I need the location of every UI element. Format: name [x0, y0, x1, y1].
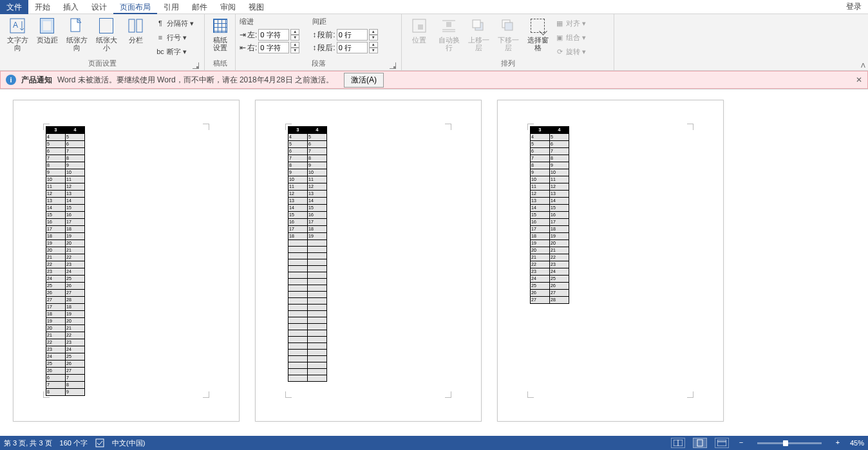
spacing-after-input[interactable]	[337, 42, 368, 53]
orientation-button[interactable]: 纸张方向	[63, 15, 90, 52]
table-row	[288, 259, 327, 266]
table-row	[288, 298, 327, 305]
collapse-ribbon-icon[interactable]: ᐱ	[861, 62, 865, 69]
group-button: ▣组合 ▾	[554, 31, 587, 44]
page-3[interactable]: 3445566778899101011111212131314141515161…	[497, 100, 724, 422]
stepper-up[interactable]: ▲	[290, 29, 299, 35]
wrap-text-button: 自动换行	[435, 15, 462, 52]
notice-title: 产品通知	[21, 75, 52, 86]
table-row	[288, 311, 327, 317]
tab-5[interactable]: 邮件	[185, 0, 214, 14]
stepper-up[interactable]: ▲	[369, 42, 378, 48]
data-table[interactable]: 3445566778899101011111212131314141515161…	[530, 126, 569, 304]
activate-button[interactable]: 激活(A)	[344, 73, 384, 88]
stepper-up[interactable]: ▲	[290, 42, 299, 48]
svg-rect-18	[697, 440, 703, 446]
table-row: 1617	[46, 219, 85, 226]
table-row: 89	[288, 162, 327, 169]
ribbon-tabs: 文件 开始插入设计页面布局引用邮件审阅视图登录	[0, 0, 868, 14]
stepper-down[interactable]: ▼	[290, 48, 299, 53]
stepper-down[interactable]: ▼	[290, 35, 299, 41]
selection-pane-button[interactable]: 选择窗格	[524, 15, 551, 52]
svg-rect-6	[418, 24, 423, 30]
text-direction-button[interactable]: A文字方向	[4, 15, 31, 52]
table-row: 1213	[531, 191, 569, 198]
line-numbers-button[interactable]: ≡行号 ▾	[155, 31, 195, 44]
indent-right-input[interactable]	[258, 42, 289, 53]
tab-4[interactable]: 引用	[157, 0, 185, 14]
svg-rect-14	[505, 23, 513, 30]
margin-corner	[445, 391, 451, 398]
breaks-button[interactable]: ¶分隔符 ▾	[155, 17, 195, 30]
zoom-slider[interactable]	[757, 442, 822, 444]
table-row: 2021	[46, 325, 85, 332]
table-row	[288, 292, 327, 298]
group-label-arrange: 排列	[406, 59, 610, 70]
tab-1[interactable]: 插入	[57, 0, 85, 14]
tab-2[interactable]: 设计	[85, 0, 113, 14]
table-row: 1920	[46, 318, 85, 325]
table-row: 67	[46, 148, 85, 155]
language-status[interactable]: 中文(中国)	[112, 438, 145, 448]
tab-7[interactable]: 视图	[242, 0, 270, 14]
table-row: 1213	[46, 191, 85, 198]
tab-3[interactable]: 页面布局	[113, 0, 157, 14]
stepper-down[interactable]: ▼	[369, 35, 378, 41]
word-count-status[interactable]: 160 个字	[60, 438, 88, 448]
tab-6[interactable]: 审阅	[214, 0, 242, 14]
data-table[interactable]: 3445566778899101011111212131314141515161…	[288, 126, 327, 382]
table-row: 2021	[531, 247, 569, 254]
data-table[interactable]: 3445566778899101011111212131314141515161…	[46, 126, 85, 396]
table-row	[288, 350, 327, 356]
table-row: 89	[46, 389, 85, 396]
table-row: 2324	[46, 346, 85, 353]
margins-button[interactable]: 页边距	[33, 15, 61, 44]
margin-corner	[43, 124, 50, 130]
table-row	[288, 305, 327, 311]
table-row: 2021	[46, 247, 85, 254]
table-row	[288, 337, 327, 343]
table-row: 1819	[288, 233, 327, 240]
align-button: ▦对齐 ▾	[554, 17, 587, 30]
table-row	[288, 362, 327, 369]
notice-message: Word 未被激活。要继续使用 Word，而不中断，请在 2018年4月28日 …	[57, 75, 334, 86]
columns-button[interactable]: 分栏	[122, 15, 149, 44]
paragraph-launcher-icon[interactable]	[390, 62, 396, 69]
size-button[interactable]: 纸张大小	[93, 15, 120, 52]
table-row: 1011	[288, 176, 327, 183]
table-row: 1516	[531, 212, 569, 219]
page-setup-launcher-icon[interactable]	[193, 62, 199, 69]
page-2[interactable]: 3445566778899101011111212131314141515161…	[255, 100, 482, 422]
proofing-icon[interactable]	[95, 438, 104, 447]
page-number-status[interactable]: 第 3 页, 共 3 页	[4, 438, 52, 448]
table-row	[288, 330, 327, 337]
document-area[interactable]: 3445566778899101011111212131314141515161…	[0, 89, 868, 436]
table-header: 4	[550, 127, 569, 134]
stepper-up[interactable]: ▲	[369, 29, 378, 35]
tab-0[interactable]: 开始	[28, 0, 57, 14]
table-row: 1819	[46, 311, 85, 318]
zoom-level[interactable]: 45%	[850, 439, 864, 447]
page-1[interactable]: 3445566778899101011111212131314141515161…	[13, 100, 240, 422]
manuscript-button[interactable]: 稿纸 设置	[209, 15, 231, 52]
indent-left-input[interactable]	[258, 29, 289, 41]
hyphenation-button[interactable]: bc断字 ▾	[155, 45, 195, 58]
margin-corner	[687, 124, 693, 130]
spacing-before-icon: ↕	[312, 30, 316, 39]
web-layout-icon[interactable]	[715, 438, 729, 448]
signin-link[interactable]: 登录	[840, 1, 868, 12]
print-layout-icon[interactable]	[693, 438, 707, 448]
read-mode-icon[interactable]	[671, 438, 685, 448]
svg-rect-12	[473, 20, 480, 28]
table-row: 1112	[531, 183, 569, 191]
table-row: 2122	[46, 254, 85, 261]
spacing-before-input[interactable]	[337, 29, 368, 41]
stepper-down[interactable]: ▼	[369, 48, 378, 53]
zoom-in-button[interactable]: +	[833, 438, 842, 447]
close-icon[interactable]: ✕	[856, 75, 862, 84]
tab-file[interactable]: 文件	[0, 0, 28, 14]
table-row: 1213	[288, 191, 327, 198]
table-row	[288, 324, 327, 330]
zoom-out-button[interactable]: −	[737, 438, 746, 447]
svg-rect-3	[129, 19, 135, 32]
